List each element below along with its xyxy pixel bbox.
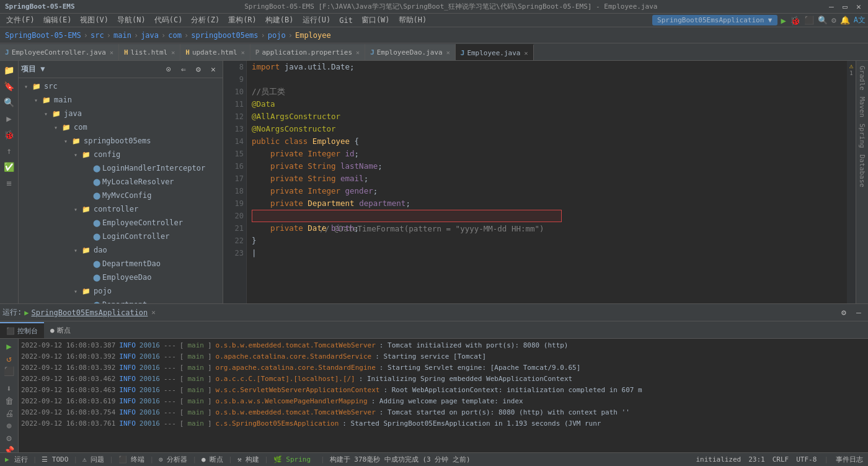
maven-label[interactable]: Maven xyxy=(857,94,867,120)
code-editor[interactable]: 8 9 10 11 12 13 14 15 16 17 18 19 20 21 xyxy=(223,61,856,303)
menu-help[interactable]: 帮助(H) xyxy=(395,14,431,27)
tree-item-java[interactable]: ▾ 📁 java xyxy=(19,107,223,120)
sidebar-settings-btn[interactable]: ⚙ xyxy=(192,63,205,76)
database-label[interactable]: Database xyxy=(857,152,867,190)
menu-code[interactable]: 代码(C) xyxy=(151,14,187,27)
status-problems[interactable]: ⚠ 问题 xyxy=(82,455,104,464)
tree-item-src[interactable]: ▾ 📁 src xyxy=(19,79,223,93)
tab-close-ec[interactable]: ✕ xyxy=(110,49,113,56)
run-again-btn[interactable]: ▶ xyxy=(2,341,16,351)
tab-close-update[interactable]: ✕ xyxy=(241,49,245,56)
menu-view[interactable]: 视图(V) xyxy=(76,14,112,27)
debug-tool-icon[interactable]: 🐞 xyxy=(2,128,16,141)
tab-employee-dao[interactable]: J EmployeeDao.java ✕ xyxy=(365,44,456,60)
pin-btn[interactable]: 📌 xyxy=(2,446,16,452)
status-run-label[interactable]: 运行 xyxy=(14,455,28,464)
sidebar-collapse-btn[interactable]: ⇐ xyxy=(177,63,190,76)
run-tab-close[interactable]: ✕ xyxy=(151,308,156,316)
print-btn[interactable]: 🖨 xyxy=(2,408,16,418)
tab-employee-controller[interactable]: J EmployeeController.java ✕ xyxy=(0,44,119,60)
notifications-button[interactable]: 🔔 xyxy=(840,16,850,25)
tab-app-properties[interactable]: P application.properties ✕ xyxy=(250,44,365,60)
breadcrumb-src[interactable]: src xyxy=(91,31,104,40)
tree-item-dao[interactable]: ▾ 📁 dao xyxy=(19,243,223,257)
todo-icon[interactable]: ✅ xyxy=(2,160,16,174)
status-spring[interactable]: 🌿 Spring xyxy=(273,455,311,464)
tab-close-dao[interactable]: ✕ xyxy=(446,49,450,56)
bottom-settings-btn[interactable]: ⚙ xyxy=(837,306,851,320)
breadcrumb-project[interactable]: SpringBoot-05-EMS xyxy=(5,31,81,40)
search-everywhere-button[interactable]: 🔍 xyxy=(818,16,828,25)
run-tool-icon[interactable]: ▶ xyxy=(2,112,16,125)
find-icon[interactable]: 🔍 xyxy=(2,96,16,109)
status-line-endings[interactable]: CRLF xyxy=(773,455,789,464)
breadcrumb-com[interactable]: com xyxy=(168,31,182,40)
tree-item-mmc[interactable]: ⬤ MyMvcConfig xyxy=(19,189,223,202)
run-button[interactable]: ▶ xyxy=(781,16,786,25)
restore-button[interactable]: ▭ xyxy=(841,2,849,11)
tree-item-lhi[interactable]: ⬤ LoginHandlerInterceptor xyxy=(19,161,223,175)
spring-label[interactable]: Spring xyxy=(857,121,867,151)
tab-employee[interactable]: J Employee.java ✕ xyxy=(456,44,534,60)
menu-analyze[interactable]: 分析(Z) xyxy=(187,14,223,27)
menu-build[interactable]: 构建(B) xyxy=(262,14,298,27)
tree-item-lc[interactable]: ⬤ LoginController xyxy=(19,230,223,243)
tab-close-list[interactable]: ✕ xyxy=(171,49,175,56)
tree-item-ec[interactable]: ⬤ EmployeeController xyxy=(19,216,223,230)
bottom-collapse-btn[interactable]: — xyxy=(852,306,866,320)
status-event-log[interactable]: 事件日志 xyxy=(836,455,863,464)
tab-close-props[interactable]: ✕ xyxy=(356,49,360,56)
breadcrumb-main[interactable]: main xyxy=(113,31,131,40)
menu-edit[interactable]: 编辑(E) xyxy=(40,14,76,27)
bookmark-icon[interactable]: 🔖 xyxy=(2,79,16,93)
rerun-btn[interactable]: ↺ xyxy=(2,354,16,364)
close-button[interactable]: ✕ xyxy=(854,2,863,11)
window-controls[interactable]: — ▭ ✕ xyxy=(827,2,863,11)
tab-close-emp[interactable]: ✕ xyxy=(524,50,528,56)
tree-item-dept[interactable]: ⬤ Department xyxy=(19,298,223,303)
minimize-button[interactable]: — xyxy=(827,2,836,11)
tree-item-com[interactable]: ▾ 📁 com xyxy=(19,120,223,134)
sidebar-sync-btn[interactable]: ⊙ xyxy=(162,63,175,76)
breadcrumb-pojo[interactable]: pojo xyxy=(268,31,286,40)
run-config-dropdown[interactable]: SpringBoot05EmsApplication ▼ xyxy=(652,15,777,25)
show-options-btn[interactable]: ⚙ xyxy=(2,433,16,443)
tree-item-config[interactable]: ▾ 📁 config xyxy=(19,148,223,161)
tree-item-pkg[interactable]: ▾ 📁 springboot05ems xyxy=(19,134,223,148)
status-encoding[interactable]: UTF-8 xyxy=(796,455,817,464)
bottom-tab-breakpoints[interactable]: ● 断点 xyxy=(44,322,77,338)
tree-item-ed[interactable]: ⬤ EmployeeDao xyxy=(19,271,223,284)
tree-item-mlr[interactable]: ⬤ MyLocaleResolver xyxy=(19,175,223,189)
clear-console-btn[interactable]: 🗑 xyxy=(2,396,16,406)
scroll-end-btn[interactable]: ⬇ xyxy=(2,383,16,393)
status-line-col[interactable]: 23:1 xyxy=(748,455,765,464)
status-terminal[interactable]: ⬛ 终端 xyxy=(118,455,145,464)
menu-window[interactable]: 窗口(W) xyxy=(358,14,394,27)
debug-button[interactable]: 🐞 xyxy=(790,16,800,25)
settings-button[interactable]: ⚙ xyxy=(831,16,836,25)
menu-git[interactable]: Git xyxy=(335,15,356,26)
tree-item-controller[interactable]: ▾ 📁 controller xyxy=(19,202,223,216)
run-app-link[interactable]: SpringBoot05EmsApplication xyxy=(31,308,148,317)
menu-refactor[interactable]: 重构(R) xyxy=(224,14,260,27)
bottom-tab-console[interactable]: ⬛ 控制台 xyxy=(0,322,44,338)
tree-item-main[interactable]: ▾ 📁 main xyxy=(19,93,223,107)
status-breakpoints[interactable]: ● 断点 xyxy=(202,455,223,464)
menu-navigate[interactable]: 导航(N) xyxy=(113,14,149,27)
tree-item-dd[interactable]: ⬤ DepartmentDao xyxy=(19,257,223,271)
tab-list-html[interactable]: H list.html ✕ xyxy=(119,44,180,60)
filter-btn[interactable]: ⊕ xyxy=(2,421,16,431)
status-todo[interactable]: ☰ TODO xyxy=(42,455,68,464)
tree-item-pojo[interactable]: ▾ 📁 pojo xyxy=(19,284,223,298)
code-content[interactable]: import java.util.Date; //员工类 @Data xyxy=(247,61,847,303)
breadcrumb-pkg[interactable]: springboot05ems xyxy=(191,31,258,40)
menu-run[interactable]: 运行(U) xyxy=(299,14,335,27)
git-tool-icon[interactable]: ↑ xyxy=(2,144,16,158)
status-analysis[interactable]: ⊙ 分析器 xyxy=(159,455,187,464)
menu-file[interactable]: 文件(F) xyxy=(2,14,38,27)
gradle-label[interactable]: Gradle xyxy=(857,63,867,93)
tab-update-html[interactable]: H update.html ✕ xyxy=(180,44,250,60)
stop-button[interactable]: ⬛ xyxy=(804,16,814,25)
status-build-btn[interactable]: ⚒ 构建 xyxy=(237,455,259,464)
breadcrumb-java[interactable]: java xyxy=(141,31,159,40)
